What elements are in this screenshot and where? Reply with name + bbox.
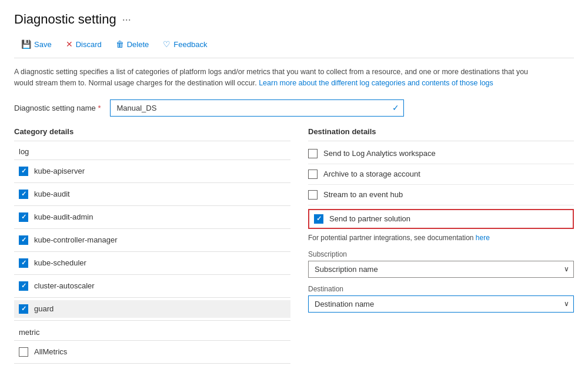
category-panel: Category details log kube-apiserver kube…	[14, 127, 302, 366]
log-label: cluster-autoscaler	[34, 281, 95, 290]
checkbox-kube-controller-manager[interactable]	[19, 235, 28, 245]
required-indicator: *	[98, 104, 101, 112]
save-button[interactable]: 💾 Save	[14, 36, 59, 52]
save-icon: 💾	[21, 39, 31, 49]
checkbox-kube-audit-admin[interactable]	[19, 212, 28, 222]
log-item-cluster-autoscaler: cluster-autoscaler	[14, 277, 290, 295]
destination-select-wrapper: Destination name ∨	[308, 295, 574, 313]
page-description: A diagnostic setting specifies a list of…	[14, 67, 543, 89]
dest-label: Send to Log Analytics workspace	[323, 149, 436, 158]
input-valid-icon: ✓	[392, 103, 399, 112]
destination-section-title: Destination details	[308, 127, 574, 136]
name-label: Diagnostic setting name *	[14, 104, 101, 112]
checkbox-kube-apiserver[interactable]	[19, 167, 28, 176]
feedback-button[interactable]: ♡ Feedback	[156, 36, 214, 52]
dest-item-partner: Send to partner solution	[308, 209, 574, 229]
delete-icon: 🗑	[116, 39, 124, 49]
subscription-field: Subscription Subscription name ∨	[308, 250, 574, 278]
log-item-guard: guard	[14, 300, 290, 318]
checkbox-cluster-autoscaler[interactable]	[19, 281, 28, 291]
log-label: guard	[34, 304, 54, 313]
dest-label: Archive to a storage account	[323, 170, 420, 178]
log-item-kube-apiserver: kube-apiserver	[14, 162, 290, 180]
dest-item-storage: Archive to a storage account	[308, 164, 574, 185]
delete-button[interactable]: 🗑 Delete	[109, 36, 156, 52]
feedback-icon: ♡	[163, 39, 171, 49]
destination-panel: Destination details Send to Log Analytic…	[302, 127, 574, 366]
log-item-kube-scheduler: kube-scheduler	[14, 254, 290, 272]
category-section-title: Category details	[14, 127, 290, 136]
discard-button[interactable]: ✕ Discard	[59, 36, 109, 52]
dest-label: Stream to an event hub	[323, 190, 403, 199]
checkbox-storage[interactable]	[308, 170, 318, 179]
partner-docs-link[interactable]: here	[476, 234, 490, 242]
subscription-label: Subscription	[308, 250, 574, 258]
log-item-kube-audit-admin: kube-audit-admin	[14, 208, 290, 226]
log-label: AllMetrics	[34, 347, 67, 356]
log-label: kube-scheduler	[34, 258, 86, 267]
checkbox-log-analytics[interactable]	[308, 149, 318, 158]
checkbox-kube-scheduler[interactable]	[19, 258, 28, 268]
log-label: kube-audit	[34, 190, 70, 198]
log-item-kube-controller-manager: kube-controller-manager	[14, 231, 290, 249]
name-input[interactable]	[110, 99, 404, 117]
destination-select[interactable]: Destination name	[308, 295, 574, 313]
page-title: Diagnostic setting	[14, 12, 116, 27]
log-label: kube-controller-manager	[34, 235, 118, 244]
more-options-icon[interactable]: ···	[122, 14, 131, 26]
checkbox-guard[interactable]	[19, 304, 28, 314]
diagnostic-name-row: Diagnostic setting name * ✓	[14, 99, 574, 117]
destination-label: Destination	[308, 285, 574, 293]
dest-label: Send to partner solution	[329, 214, 410, 223]
log-item-kube-audit: kube-audit	[14, 185, 290, 203]
dest-item-event-hub: Stream to an event hub	[308, 185, 574, 205]
destination-field: Destination Destination name ∨	[308, 285, 574, 313]
toolbar: 💾 Save ✕ Discard 🗑 Delete ♡ Feedback	[14, 36, 574, 58]
log-label: kube-apiserver	[34, 167, 85, 175]
metric-section: metric AllMetrics	[14, 328, 290, 364]
log-item-allmetrics: AllMetrics	[14, 343, 290, 361]
subscription-select-wrapper: Subscription name ∨	[308, 261, 574, 278]
metric-subsection-title: metric	[14, 328, 290, 337]
discard-icon: ✕	[66, 39, 73, 49]
checkbox-kube-audit[interactable]	[19, 190, 28, 199]
checkbox-allmetrics[interactable]	[19, 347, 28, 357]
log-subsection-title: log	[14, 147, 290, 156]
page-header: Diagnostic setting ···	[14, 12, 574, 27]
checkbox-partner-solution[interactable]	[314, 214, 323, 224]
name-input-wrapper: ✓	[110, 99, 404, 117]
dest-item-log-analytics: Send to Log Analytics workspace	[308, 144, 574, 164]
checkbox-event-hub[interactable]	[308, 190, 318, 200]
log-label: kube-audit-admin	[34, 212, 93, 221]
learn-more-link[interactable]: Learn more about the different log categ…	[259, 79, 493, 87]
partner-note: For potential partner integrations, see …	[308, 234, 574, 242]
subscription-select[interactable]: Subscription name	[308, 261, 574, 278]
main-content: Category details log kube-apiserver kube…	[14, 127, 574, 366]
